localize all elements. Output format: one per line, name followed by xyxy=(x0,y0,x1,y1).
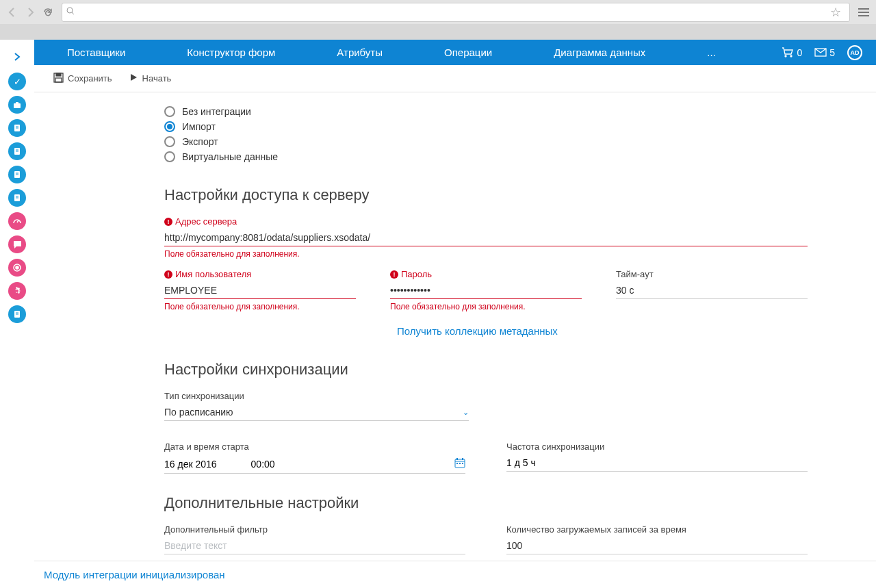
radio-icon xyxy=(164,121,175,132)
nav-operations[interactable]: Операции xyxy=(444,47,492,58)
svg-line-19 xyxy=(17,220,18,222)
radio-icon xyxy=(164,106,175,117)
radio-virtual[interactable]: Виртуальные данные xyxy=(164,151,808,162)
browser-toolbar: ☆ xyxy=(0,0,876,24)
svg-rect-36 xyxy=(456,463,458,464)
sidebar-icon-briefcase[interactable] xyxy=(8,96,26,114)
calendar-icon[interactable] xyxy=(454,457,465,470)
sidebar-icon-gear[interactable] xyxy=(8,282,26,300)
radio-icon xyxy=(164,136,175,147)
cart-count: 0 xyxy=(797,47,802,58)
sidebar-icon-gauge[interactable] xyxy=(8,212,26,230)
svg-point-21 xyxy=(16,266,18,269)
svg-point-26 xyxy=(785,55,786,57)
svg-rect-37 xyxy=(459,463,461,464)
chevron-down-icon: ⌄ xyxy=(463,408,469,417)
status-footer: Модуль интеграции инициализирован xyxy=(34,561,876,588)
nav-suppliers[interactable]: Поставщики xyxy=(67,47,125,58)
sync-section-title: Настройки синхронизации xyxy=(164,361,808,379)
search-icon xyxy=(66,7,75,17)
sidebar-icon-doc-2[interactable] xyxy=(8,142,26,160)
action-toolbar: Сохранить Начать xyxy=(34,65,876,92)
save-button[interactable]: Сохранить xyxy=(48,70,118,88)
save-icon xyxy=(53,73,64,85)
svg-rect-30 xyxy=(56,73,61,76)
sidebar-icon-doc-5[interactable] xyxy=(8,305,26,323)
url-input[interactable] xyxy=(75,7,830,17)
radio-import[interactable]: Импорт xyxy=(164,121,808,132)
sidebar-icon-check[interactable]: ✓ xyxy=(8,73,26,90)
back-button[interactable] xyxy=(4,4,21,21)
radio-label: Без интеграции xyxy=(182,106,251,117)
limit-input[interactable] xyxy=(506,537,808,554)
user-avatar[interactable]: AD xyxy=(847,45,862,60)
start-date-input[interactable]: 16 дек 2016 00:00 xyxy=(164,455,465,474)
svg-rect-38 xyxy=(462,463,463,464)
username-input[interactable] xyxy=(164,282,356,299)
start-date-label: Дата и время старта xyxy=(164,442,465,452)
sidebar: ✓ xyxy=(0,40,34,588)
filter-input[interactable] xyxy=(164,537,465,554)
server-address-input[interactable] xyxy=(164,229,808,246)
menu-button[interactable] xyxy=(855,4,872,21)
sidebar-icon-doc-4[interactable] xyxy=(8,189,26,207)
sidebar-toggle[interactable] xyxy=(7,47,27,67)
start-button[interactable]: Начать xyxy=(123,70,177,87)
svg-point-0 xyxy=(67,8,73,13)
radio-label: Импорт xyxy=(182,121,216,132)
extra-section-title: Дополнительные настройки xyxy=(164,494,808,512)
mail-count: 5 xyxy=(829,47,835,58)
date-value: 16 дек 2016 xyxy=(164,459,217,470)
radio-export[interactable]: Экспорт xyxy=(164,136,808,147)
error-icon: ! xyxy=(164,270,172,279)
sidebar-icon-link[interactable] xyxy=(8,259,26,277)
form-content: Без интеграции Импорт Экспорт Виртуальны… xyxy=(34,92,876,561)
top-navigation: Поставщики Конструктор форм Атрибуты Опе… xyxy=(34,40,876,65)
save-label: Сохранить xyxy=(68,73,112,84)
timeout-input[interactable] xyxy=(616,282,808,299)
radio-label: Экспорт xyxy=(182,136,218,147)
error-icon: ! xyxy=(164,218,172,226)
password-label: ! Пароль xyxy=(390,269,582,279)
svg-point-27 xyxy=(790,55,792,57)
radio-no-integration[interactable]: Без интеграции xyxy=(164,106,808,117)
metadata-link[interactable]: Получить коллекцию метаданных xyxy=(397,325,808,337)
start-label: Начать xyxy=(142,73,172,84)
browser-chrome-gap xyxy=(0,24,876,40)
forward-button[interactable] xyxy=(22,4,38,21)
cart-badge[interactable]: 0 xyxy=(782,47,802,58)
url-bar[interactable]: ☆ xyxy=(62,3,850,22)
error-icon: ! xyxy=(390,270,398,279)
server-address-label: ! Адрес сервера xyxy=(164,216,808,227)
filter-label: Дополнительный фильтр xyxy=(164,524,465,535)
mail-badge[interactable]: 5 xyxy=(814,47,835,58)
nav-more[interactable]: ... xyxy=(707,47,716,58)
svg-rect-5 xyxy=(14,103,21,108)
password-input[interactable] xyxy=(390,282,582,299)
play-icon xyxy=(129,73,138,84)
svg-rect-6 xyxy=(16,102,18,103)
username-label: ! Имя пользователя xyxy=(164,269,356,279)
radio-icon xyxy=(164,151,175,162)
nav-attributes[interactable]: Атрибуты xyxy=(337,47,383,58)
sync-type-label: Тип синхронизации xyxy=(164,391,808,401)
time-value: 00:00 xyxy=(251,459,275,470)
sync-type-select[interactable]: По расписанию ⌄ xyxy=(164,404,469,421)
radio-label: Виртуальные данные xyxy=(182,151,278,162)
timeout-label: Тайм-аут xyxy=(616,269,808,279)
svg-line-1 xyxy=(72,12,74,14)
username-error: Поле обязательно для заполнения. xyxy=(164,302,356,311)
sidebar-icon-doc-3[interactable] xyxy=(8,166,26,183)
frequency-input[interactable] xyxy=(506,455,808,472)
sidebar-icon-doc-1[interactable] xyxy=(8,119,26,137)
nav-form-builder[interactable]: Конструктор форм xyxy=(187,47,275,58)
bookmark-icon[interactable]: ☆ xyxy=(830,5,845,20)
password-error: Поле обязательно для заполнения. xyxy=(390,302,582,311)
cart-icon xyxy=(782,47,794,57)
nav-data-diagram[interactable]: Диаграмма данных xyxy=(554,47,645,58)
sidebar-icon-chat[interactable] xyxy=(8,235,26,253)
server-address-error: Поле обязательно для заполнения. xyxy=(164,249,808,259)
svg-point-22 xyxy=(16,290,18,292)
reload-button[interactable] xyxy=(40,4,56,21)
frequency-label: Частота синхронизации xyxy=(506,442,808,452)
